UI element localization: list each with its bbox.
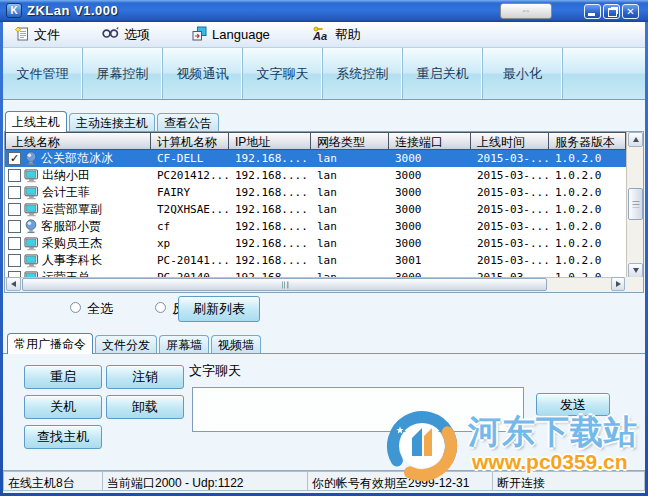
table-row[interactable]: 人事李科长 PC-20141... 192.168.... lan 3001 2… — [5, 252, 626, 269]
cell-version: 1.0.2.0 — [549, 220, 626, 233]
toolbar-minimize[interactable]: 最小化 — [483, 48, 563, 99]
cell-port: 3000 — [389, 152, 471, 165]
row-checkbox[interactable] — [8, 203, 21, 216]
app-body: 文件 选项 Language — [3, 22, 645, 493]
chat-label: 文字聊天 — [189, 362, 241, 380]
cell-version: 1.0.2.0 — [549, 186, 626, 199]
invert-select-radio[interactable] — [155, 302, 166, 313]
cell-ip: 192.168.... — [229, 237, 311, 250]
refresh-list-button[interactable]: 刷新列表 — [178, 296, 260, 322]
cell-name: 会计王菲 — [42, 184, 90, 201]
toolbar-screen-control[interactable]: 屏幕控制 — [83, 48, 163, 99]
table-row[interactable]: 出纳小田 PC201412... 192.168.... lan 3000 20… — [5, 167, 626, 184]
tab-screen-wall[interactable]: 屏幕墙 — [159, 335, 209, 354]
cell-time: 2015-03-... — [471, 186, 549, 199]
webcam-icon — [24, 151, 38, 166]
cell-name: 出纳小田 — [42, 167, 90, 184]
table-row[interactable]: 会计王菲 FAIRY 192.168.... lan 3000 2015-03-… — [5, 184, 626, 201]
scroll-up-icon[interactable] — [628, 132, 643, 147]
cell-port: 3000 — [389, 203, 471, 216]
menu-options-label: 选项 — [124, 26, 150, 44]
cell-ip: 192.168.... — [229, 152, 311, 165]
horizontal-scrollbar[interactable] — [5, 277, 626, 292]
toolbar-video-comm[interactable]: 视频通讯 — [163, 48, 243, 99]
table-row[interactable]: 采购员王杰 xp 192.168.... lan 3000 2015-03-..… — [5, 235, 626, 252]
toolbar-file-manage[interactable]: 文件管理 — [3, 48, 83, 99]
cell-computer: xp — [151, 237, 229, 250]
tab-video-wall[interactable]: 视频墙 — [211, 335, 261, 354]
toolbar-system-control[interactable]: 系统控制 — [323, 48, 403, 99]
row-checkbox[interactable] — [8, 152, 21, 165]
restart-button[interactable]: 重启 — [24, 365, 102, 389]
tab-view-announcement[interactable]: 查看公告 — [157, 113, 219, 132]
tab-file-distribution[interactable]: 文件分发 — [95, 335, 157, 354]
broadcast-command-panel: 重启 注销 关机 卸载 查找主机 文字聊天 发送 — [3, 353, 645, 470]
col-ip[interactable]: IP地址 — [229, 132, 311, 150]
send-button[interactable]: 发送 — [536, 393, 610, 416]
vertical-scroll-thumb[interactable] — [628, 188, 643, 220]
cell-ip: 192.168.... — [229, 169, 311, 182]
uninstall-button[interactable]: 卸载 — [106, 395, 184, 419]
shutdown-button[interactable]: 关机 — [24, 395, 102, 419]
logout-button[interactable]: 注销 — [106, 365, 184, 389]
row-checkbox[interactable] — [8, 254, 21, 267]
row-checkbox[interactable] — [8, 186, 21, 199]
col-server-version[interactable]: 服务器版本 — [549, 132, 626, 150]
col-online-name[interactable]: 上线名称 — [5, 132, 151, 150]
find-host-button[interactable]: 查找主机 — [24, 425, 102, 449]
chat-textarea[interactable] — [192, 387, 524, 432]
table-row[interactable]: 客服部小贾 cf 192.168.... lan 3000 2015-03-..… — [5, 218, 626, 235]
cell-ip: 192.168.... — [229, 186, 311, 199]
select-all-radio[interactable] — [70, 302, 81, 313]
cell-version: 1.0.2.0 — [549, 237, 626, 250]
menu-file-label: 文件 — [34, 26, 60, 44]
menu-language-label: Language — [212, 27, 270, 42]
row-checkbox[interactable] — [8, 237, 21, 250]
menu-help[interactable]: Aa 帮助 — [312, 26, 361, 44]
cell-time: 2015-03-... — [471, 254, 549, 267]
new-file-icon — [15, 26, 29, 44]
cell-net: lan — [311, 169, 389, 182]
cell-computer: cf — [151, 220, 229, 233]
menu-options[interactable]: 选项 — [102, 26, 150, 44]
scroll-down-icon[interactable] — [628, 263, 643, 278]
swap-arrows-button[interactable]: ⇔ — [500, 3, 552, 19]
close-button[interactable] — [622, 4, 639, 19]
col-port[interactable]: 连接端口 — [389, 132, 471, 150]
scroll-left-icon[interactable] — [6, 277, 21, 291]
tab-online-hosts[interactable]: 上线主机 — [5, 111, 67, 132]
cell-version: 1.0.2.0 — [549, 169, 626, 182]
cell-time: 2015-03-... — [471, 152, 549, 165]
cell-port: 3000 — [389, 220, 471, 233]
tab-broadcast-commands[interactable]: 常用广播命令 — [7, 333, 93, 354]
layers-icon — [192, 26, 207, 44]
cell-name: 公关部范冰冰 — [41, 150, 113, 167]
minimize-button[interactable] — [584, 4, 601, 19]
titlebar[interactable]: K ZKLan V1.000 ⇔ — [0, 0, 648, 22]
scroll-corner — [625, 277, 643, 292]
col-online-time[interactable]: 上线时间 — [471, 132, 549, 150]
menu-language[interactable]: Language — [192, 26, 270, 44]
menu-file[interactable]: 文件 — [15, 26, 60, 44]
toolbar-restart-shutdown[interactable]: 重启关机 — [403, 48, 483, 99]
table-row[interactable]: 公关部范冰冰 CF-DELL 192.168.... lan 3000 2015… — [5, 150, 626, 167]
window-title: ZKLan V1.000 — [27, 3, 118, 18]
table-row[interactable]: 运营部覃副 T2QXHSAE... 192.168.... lan 3000 2… — [5, 201, 626, 218]
tab-active-connect-hosts[interactable]: 主动连接主机 — [69, 113, 155, 132]
cell-version: 1.0.2.0 — [549, 203, 626, 216]
vertical-scrollbar[interactable] — [626, 132, 643, 278]
toolbar-text-chat[interactable]: 文字聊天 — [243, 48, 323, 99]
scroll-right-icon[interactable] — [611, 277, 625, 291]
col-net-type[interactable]: 网络类型 — [311, 132, 389, 150]
status-disconnect: 断开连接 — [493, 471, 645, 491]
cell-time: 2015-03-... — [471, 220, 549, 233]
menu-bar: 文件 选项 Language — [3, 22, 645, 48]
host-table: 上线名称 计算机名称 IP地址 网络类型 连接端口 上线时间 服务器版本 — [4, 131, 644, 293]
row-checkbox[interactable] — [8, 220, 21, 233]
horizontal-scroll-thumb[interactable] — [22, 278, 547, 291]
computer-icon — [24, 169, 39, 183]
row-checkbox[interactable] — [8, 169, 21, 182]
col-computer-name[interactable]: 计算机名称 — [151, 132, 229, 150]
cell-port: 3000 — [389, 169, 471, 182]
restore-button[interactable] — [603, 4, 620, 19]
